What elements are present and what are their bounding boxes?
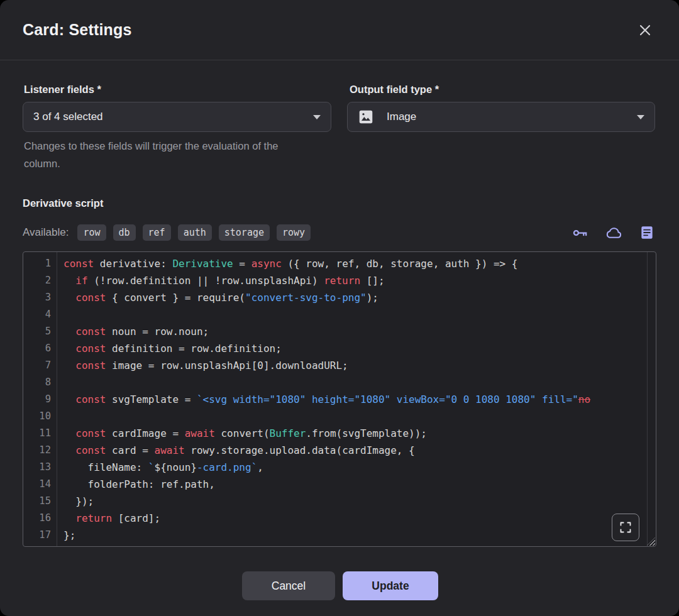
line-number: 9 [23,391,51,408]
chip-row: row [77,224,106,241]
fullscreen-icon [619,521,632,534]
code-text: const derivative: Derivative = async ({ … [51,255,656,272]
update-button[interactable]: Update [343,571,438,600]
code-line: 17}; [23,527,656,544]
code-line: 2 if (!row.definition || !row.unsplashAp… [23,272,656,289]
code-text: const image = row.unsplashApi[0].downloa… [51,357,656,374]
document-icon [639,224,655,241]
code-line: 7 const image = row.unsplashApi[0].downl… [23,357,656,374]
code-text: }; [51,527,656,544]
code-line: 13 fileName: `${noun}-card.png`, [23,459,656,476]
code-text: fileName: `${noun}-card.png`, [51,459,656,476]
line-number: 1 [23,255,51,272]
code-text: const { convert } = require("convert-svg… [51,289,656,306]
line-number: 3 [23,289,51,306]
code-text [51,408,656,425]
code-line: 6 const definition = row.definition; [23,340,656,357]
line-number: 4 [23,306,51,323]
code-text: if (!row.definition || !row.unsplashApi)… [51,272,656,289]
line-number: 12 [23,442,51,459]
editor-scrollbar[interactable] [647,252,648,546]
chevron-down-icon [637,115,644,119]
line-number: 6 [23,340,51,357]
listener-fields-helper-text: Changes to these fields will trigger the… [24,137,294,172]
code-text: const noun = row.noun; [51,323,656,340]
chip-ref: ref [143,224,171,241]
cloud-icon [605,224,622,241]
code-text: const svgTemplate = `<svg width="1080" h… [51,391,656,408]
modal-header: Card: Settings [0,0,679,60]
close-icon [638,23,653,38]
code-line: 3 const { convert } = require("convert-s… [23,289,656,306]
code-line: 11 const cardImage = await convert(Buffe… [23,425,656,442]
line-number: 16 [23,510,51,527]
code-line: 5 const noun = row.noun; [23,323,656,340]
code-text: return [card]; [51,510,656,527]
line-number: 15 [23,493,51,510]
code-line: 12 const card = await rowy.storage.uploa… [23,442,656,459]
chevron-down-icon [313,115,321,119]
code-text [51,374,656,391]
line-number: 17 [23,527,51,544]
code-text: const cardImage = await convert(Buffer.f… [51,425,656,442]
line-number: 10 [23,408,51,425]
line-number: 14 [23,476,51,493]
image-icon [358,109,374,125]
gutter-divider [57,252,57,546]
docs-button[interactable] [639,224,655,241]
code-line: 8 [23,374,656,391]
card-settings-modal: Card: Settings Listener fields * 3 of 4 … [0,0,679,616]
code-line: 1const derivative: Derivative = async ({… [23,255,656,272]
output-field-type-value: Image [387,111,416,123]
listener-fields-label: Listener fields * [24,84,101,96]
code-line: 15 }); [23,493,656,510]
screen: Card: Settings Listener fields * 3 of 4 … [0,0,679,616]
chip-auth: auth [178,224,212,241]
output-field-type-label: Output field type * [350,84,439,96]
code-line: 4 [23,306,656,323]
code-text: const card = await rowy.storage.upload.d… [51,442,656,459]
listener-fields-select[interactable]: 3 of 4 selected [23,102,331,132]
line-number: 13 [23,459,51,476]
line-number: 5 [23,323,51,340]
close-button[interactable] [634,19,656,41]
code-editor-lines: 1const derivative: Derivative = async ({… [23,255,656,544]
code-line: 14 folderPath: ref.path, [23,476,656,493]
chip-db: db [113,224,136,241]
code-line: 16 return [card]; [23,510,656,527]
secrets-key-button[interactable] [571,224,588,241]
code-text: const definition = row.definition; [51,340,656,357]
available-variables-row: Available: row db ref auth storage rowy [23,221,655,244]
cancel-button[interactable]: Cancel [242,571,335,600]
derivative-script-title: Derivative script [23,197,103,209]
chip-rowy: rowy [277,224,311,241]
modal-title: Card: Settings [23,21,132,39]
output-field-type-select[interactable]: Image [347,102,655,132]
line-number: 8 [23,374,51,391]
code-text: }); [51,493,656,510]
chip-storage: storage [219,224,270,241]
code-line: 9 const svgTemplate = `<svg width="1080"… [23,391,656,408]
code-editor[interactable]: 1const derivative: Derivative = async ({… [23,251,656,547]
line-number: 11 [23,425,51,442]
fullscreen-button[interactable] [612,514,639,541]
code-text: folderPath: ref.path, [51,476,656,493]
line-number: 7 [23,357,51,374]
key-icon [571,224,588,241]
line-number: 2 [23,272,51,289]
code-line: 10 [23,408,656,425]
code-text [51,306,656,323]
listener-fields-value: 3 of 4 selected [33,111,103,123]
cloud-functions-button[interactable] [605,224,622,241]
available-label: Available: [23,226,69,239]
